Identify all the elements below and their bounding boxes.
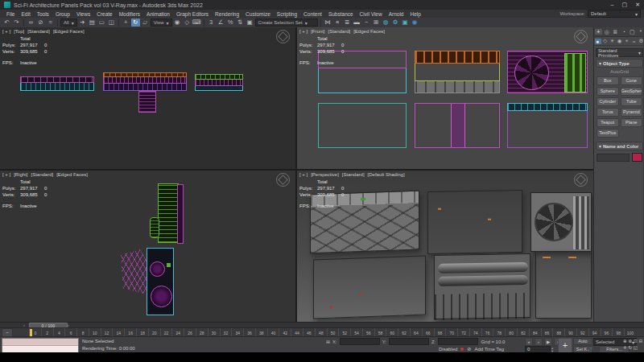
object-type-button[interactable]: Plane <box>621 118 643 127</box>
object-type-button[interactable]: Pyramid <box>621 108 643 117</box>
viewport-top[interactable]: [ + ] [Top] [Standard] [Edged Faces] Tot… <box>0 27 295 169</box>
object-name-field[interactable] <box>597 154 630 162</box>
minimize-button[interactable]: – <box>611 2 614 8</box>
mini-curve-editor-button[interactable]: ~ <box>2 328 13 337</box>
add-time-tag-button[interactable]: Add Time Tag <box>474 347 504 352</box>
key-filter-icon[interactable]: ○ <box>590 346 593 351</box>
z-coordinate-field[interactable] <box>438 338 478 345</box>
viewport-name-button[interactable]: [Perspective] <box>311 172 339 177</box>
view-cube[interactable] <box>276 30 290 43</box>
viewport-name-button[interactable]: [Front] <box>311 29 324 34</box>
menu-item[interactable]: File <box>3 11 18 17</box>
reference-coordinate-dropdown[interactable]: View▾ <box>151 19 172 27</box>
rendered-frame-icon[interactable]: ▣ <box>401 19 410 27</box>
play-button[interactable]: ▶ <box>544 338 552 346</box>
menu-item[interactable]: Scripting <box>274 11 300 17</box>
material-editor-icon[interactable]: ◍ <box>382 19 390 27</box>
viewport-name-button[interactable]: [Top] <box>14 29 24 34</box>
selection-filter-dropdown[interactable]: All▾ <box>60 19 77 27</box>
spinner-snap-icon[interactable]: ⇅ <box>236 19 245 27</box>
zoom-region-icon[interactable]: ⊟ <box>638 338 644 344</box>
viewport-style-button[interactable]: [Standard] <box>27 29 50 34</box>
hierarchy-tab[interactable]: ≣ <box>612 29 619 35</box>
viewport-front[interactable]: [ + ] [Front] [Standard] [Edged Faces] T… <box>297 27 593 169</box>
object-type-button[interactable]: Box <box>597 76 619 85</box>
align-icon[interactable]: ≡ <box>333 19 342 27</box>
object-type-button[interactable]: Sphere <box>597 87 619 96</box>
display-tab[interactable]: ▢ <box>629 29 636 35</box>
render-setup-icon[interactable]: ⚙ <box>391 19 400 27</box>
object-type-button[interactable]: Cone <box>621 76 643 85</box>
menu-item[interactable]: Civil View <box>357 11 386 17</box>
viewport-menu-button[interactable]: [ + ] <box>299 29 308 34</box>
snaps-toggle-icon[interactable]: 3 <box>207 19 216 27</box>
space-warps-category[interactable]: ≈ <box>631 39 638 44</box>
x-coordinate-field[interactable] <box>340 338 380 345</box>
object-color-swatch[interactable] <box>632 153 642 162</box>
view-cube[interactable] <box>574 30 588 43</box>
prev-frame-button[interactable]: ‹ <box>535 338 543 346</box>
menu-item[interactable]: Substance <box>325 11 357 17</box>
viewport-name-button[interactable]: [Right] <box>14 172 27 177</box>
menu-item[interactable]: Create <box>93 11 116 17</box>
viewport-shading-button[interactable]: [Default Shading] <box>368 172 405 177</box>
maxscript-mini-listener[interactable] <box>2 338 79 353</box>
current-frame-marker[interactable] <box>30 329 32 336</box>
name-and-color-rollout[interactable]: ▾ Name and Color <box>596 142 643 150</box>
menu-item[interactable]: Group <box>52 11 73 17</box>
viewport-shading-button[interactable]: [Edged Faces] <box>53 29 85 34</box>
mirror-icon[interactable]: ⋈ <box>324 19 332 27</box>
object-type-button[interactable]: GeoSphere <box>621 87 643 96</box>
view-cube[interactable] <box>276 173 290 187</box>
mute-icon[interactable]: ⊘ <box>467 346 471 352</box>
select-object-icon[interactable]: ➔ <box>78 19 87 27</box>
maximize-viewport-icon[interactable]: ◱ <box>633 344 638 351</box>
set-keys-button[interactable]: + <box>558 338 572 353</box>
view-cube[interactable] <box>574 173 588 187</box>
listener-macro-line[interactable] <box>2 339 78 346</box>
edit-named-sets-icon[interactable]: ▣ <box>246 19 254 27</box>
object-type-button[interactable]: Tube <box>621 97 643 106</box>
geometry-category[interactable]: ● <box>595 39 601 44</box>
spinner-arrows[interactable]: ▴▾ <box>551 347 553 352</box>
select-move-icon[interactable]: + <box>122 19 130 27</box>
unlink-selection-icon[interactable]: ⊘ <box>36 19 45 27</box>
menu-item[interactable]: Rendering <box>212 11 242 17</box>
menu-item[interactable]: Animation <box>143 11 173 17</box>
workspace-dropdown[interactable]: Default▾ <box>588 10 641 18</box>
listener-script-line[interactable] <box>2 346 78 352</box>
viewport-perspective[interactable]: [ + ] [Perspective] [Standard] [Default … <box>297 171 593 322</box>
autogrid-checkbox[interactable]: AutoGrid <box>594 68 644 76</box>
undo-icon[interactable]: ↶ <box>2 19 11 27</box>
percent-snap-icon[interactable]: % <box>226 19 235 27</box>
absolute-mode-icon[interactable]: ⊞ <box>326 339 330 344</box>
angle-snap-icon[interactable]: ∠ <box>217 19 225 27</box>
create-tab[interactable]: + <box>595 29 602 35</box>
window-crossing-icon[interactable]: ◫ <box>107 19 116 27</box>
select-by-name-icon[interactable]: ▤ <box>88 19 97 27</box>
viewport-shading-button[interactable]: [Edged Faces] <box>353 29 385 34</box>
bind-to-spacewarp-icon[interactable]: ≈ <box>46 19 55 27</box>
viewport-menu-button[interactable]: [ + ] <box>2 172 10 177</box>
close-button[interactable]: ✕ <box>635 2 640 8</box>
create-selection-set-dropdown[interactable]: Create Selection Set▾ <box>255 19 318 27</box>
lights-category[interactable]: ☀ <box>609 38 616 44</box>
cameras-category[interactable]: ◉ <box>617 38 623 44</box>
menu-item[interactable]: Arnold <box>386 11 407 17</box>
use-center-icon[interactable]: ◉ <box>173 19 182 27</box>
render-production-icon[interactable]: ◉ <box>411 19 419 27</box>
viewport-menu-button[interactable]: [ + ] <box>2 29 10 34</box>
maximize-button[interactable]: ▢ <box>622 2 628 8</box>
y-coordinate-field[interactable] <box>389 338 429 345</box>
menu-item[interactable]: Help <box>407 11 423 17</box>
isolate-toggle-label[interactable]: Disabled <box>439 347 457 352</box>
select-scale-icon[interactable]: ▱ <box>141 19 150 27</box>
menu-item[interactable]: Modifiers <box>116 11 143 17</box>
viewport-right[interactable]: [ + ] [Right] [Standard] [Edged Faces] T… <box>0 171 295 322</box>
rect-selection-region-icon[interactable]: ▭ <box>97 19 106 27</box>
menu-item[interactable]: Views <box>73 11 93 17</box>
modify-tab[interactable]: ◎ <box>603 29 610 35</box>
viewport-style-button[interactable]: [Standard] <box>328 29 351 34</box>
menu-item[interactable]: Content <box>300 11 325 17</box>
auto-key-button[interactable]: Auto <box>573 338 592 345</box>
